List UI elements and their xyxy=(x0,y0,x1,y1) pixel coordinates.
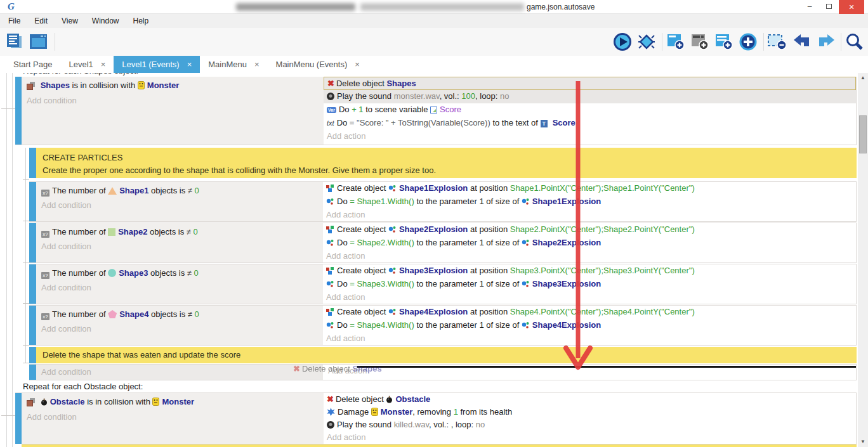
conditions-cell[interactable]: x?The number of Shape2 objects is ≠ 0 Ad… xyxy=(36,223,323,262)
event-shape2-particles[interactable]: x?The number of Shape2 objects is ≠ 0 Ad… xyxy=(29,223,857,263)
comment-delete-shape[interactable]: Delete the shape that was eaten and upda… xyxy=(29,347,857,363)
condition-count-shape1[interactable]: x?The number of Shape1 objects is ≠ 0 xyxy=(41,185,318,197)
tree-connector xyxy=(23,303,29,304)
add-condition-link[interactable]: Add condition xyxy=(41,283,318,292)
action-play-sound-monster[interactable]: Play the sound monster.wav, vol.: 100, l… xyxy=(324,90,856,103)
close-button[interactable]: ✕ xyxy=(839,0,864,14)
add-event-icon[interactable] xyxy=(666,32,685,51)
event-selection-bar xyxy=(29,264,36,304)
menu-file[interactable]: File xyxy=(1,14,27,28)
app-logo-icon: G xyxy=(8,1,15,12)
conditions-cell[interactable]: x?The number of Shape4 objects is ≠ 0 Ad… xyxy=(36,306,323,345)
add-condition-link[interactable]: Add condition xyxy=(27,96,319,105)
play-icon[interactable] xyxy=(613,32,632,51)
action-delete-shapes[interactable]: ✖Delete object Shapes xyxy=(324,77,856,90)
delete-icon: ✖ xyxy=(327,79,334,88)
tab-mainmenu-events[interactable]: MainMenu (Events)× xyxy=(268,56,368,73)
add-action-link[interactable]: Add action xyxy=(323,291,856,304)
events-sheet: Repeat for each Shapes object: Shapes is… xyxy=(0,73,868,447)
event-shape1-particles[interactable]: x?The number of Shape1 objects is ≠ 0 Ad… xyxy=(29,181,857,222)
condition-count-shape3[interactable]: x?The number of Shape3 objects is ≠ 0 xyxy=(41,268,318,279)
add-condition-link[interactable]: Add condition xyxy=(41,200,318,210)
delete-selection-icon[interactable] xyxy=(767,32,786,51)
action-create-shape4explosion[interactable]: Create object Shape4Explosion at positio… xyxy=(323,306,856,319)
conditions-cell[interactable]: Shapes is in collision with Monster Add … xyxy=(22,77,324,145)
window-title: game.json.autosave xyxy=(527,3,595,11)
vertical-scrollbar[interactable]: ▲ ▼ xyxy=(858,73,868,447)
search-icon[interactable] xyxy=(845,32,864,51)
add-comment-icon[interactable] xyxy=(714,32,733,51)
tree-connector xyxy=(23,363,29,363)
action-size-shape1explosion[interactable]: Do = Shape1.Width() to the parameter 1 o… xyxy=(323,195,856,209)
menu-help[interactable]: Help xyxy=(126,14,156,28)
conditions-cell[interactable]: x?The number of Shape3 objects is ≠ 0 Ad… xyxy=(36,264,323,304)
add-condition-link[interactable]: Add condition xyxy=(41,367,91,377)
action-size-shape3explosion[interactable]: Do = Shape3.Width() to the parameter 1 o… xyxy=(323,278,856,291)
tab-level1-events[interactable]: Level1 (Events)× xyxy=(114,56,200,73)
scroll-up-icon[interactable]: ▲ xyxy=(858,73,868,83)
undo-icon[interactable] xyxy=(792,32,812,51)
add-condition-link[interactable]: Add condition xyxy=(41,242,318,251)
add-condition-link[interactable]: Add condition xyxy=(41,324,318,334)
actions-cell: Create object Shape2Explosion at positio… xyxy=(323,223,856,262)
action-create-shape2explosion[interactable]: Create object Shape2Explosion at positio… xyxy=(323,223,856,236)
condition-shapes-collision[interactable]: Shapes is in collision with Monster xyxy=(27,80,319,92)
add-action-link[interactable]: Add action xyxy=(323,209,856,221)
drop-indicator-line xyxy=(357,366,856,368)
tree-connector xyxy=(1,108,15,109)
minimize-button[interactable]: – xyxy=(801,0,819,14)
scrollbar-thumb[interactable] xyxy=(859,115,867,153)
action-set-score-text[interactable]: txtDo = "Score: " + ToString(Variable(Sc… xyxy=(324,117,856,130)
particles-icon xyxy=(326,198,334,208)
close-tab-icon[interactable]: × xyxy=(355,60,360,69)
action-create-shape1explosion[interactable]: Create object Shape1Explosion at positio… xyxy=(323,182,856,195)
conditions-cell[interactable]: Obstacle is in collision with Monster Ad… xyxy=(22,393,324,444)
add-other-event-icon[interactable] xyxy=(739,32,758,51)
conditions-cell[interactable]: Add condition xyxy=(36,365,323,380)
event-repeat-obstacle-header[interactable]: Repeat for each Obstacle object: xyxy=(23,382,143,391)
action-delete-obstacle[interactable]: ✖Delete object Obstacle xyxy=(324,393,856,406)
comment-create-particles[interactable]: CREATE PARTICLES Create the proper one a… xyxy=(29,148,857,178)
scene-editor-icon[interactable] xyxy=(29,32,48,51)
menu-window[interactable]: Window xyxy=(85,14,126,28)
tab-mainmenu[interactable]: MainMenu× xyxy=(200,56,267,73)
action-increment-score[interactable]: VarDo + 1 to scene variable Score xyxy=(324,103,856,117)
shape3-circle-icon xyxy=(108,269,116,277)
event-obstacle-collision[interactable]: Obstacle is in collision with Monster Ad… xyxy=(15,392,857,444)
comment-title: Delete the shape that was eaten and upda… xyxy=(36,347,857,363)
actions-cell: Create object Shape3Explosion at positio… xyxy=(323,264,856,304)
menu-view[interactable]: View xyxy=(55,14,85,28)
close-tab-icon[interactable]: × xyxy=(254,60,260,69)
scroll-down-icon[interactable]: ▼ xyxy=(858,437,868,447)
project-manager-icon[interactable] xyxy=(5,32,24,51)
action-damage-monster[interactable]: Damage Monster, removing 1 from its heal… xyxy=(324,406,856,418)
event-shape3-particles[interactable]: x?The number of Shape3 objects is ≠ 0 Ad… xyxy=(29,264,857,304)
event-shapes-collision[interactable]: Shapes is in collision with Monster Add … xyxy=(15,77,857,145)
action-play-sound-killed[interactable]: Play the sound killed.wav, vol.: , loop:… xyxy=(324,418,856,431)
tab-start-page[interactable]: Start Page xyxy=(5,56,60,73)
text-object-icon: T xyxy=(541,120,548,127)
toolbar-separator xyxy=(841,33,841,51)
add-action-link[interactable]: Add action xyxy=(324,431,856,444)
add-action-link[interactable]: Add action xyxy=(324,130,856,143)
condition-count-shape4[interactable]: x?The number of Shape4 objects is ≠ 0 xyxy=(41,309,318,320)
action-size-shape4explosion[interactable]: Do = Shape4.Width() to the parameter 1 o… xyxy=(323,319,856,332)
event-shape4-particles[interactable]: x?The number of Shape4 objects is ≠ 0 Ad… xyxy=(29,305,857,346)
close-tab-icon[interactable]: × xyxy=(187,60,192,69)
add-subevent-icon[interactable] xyxy=(690,32,709,51)
debug-icon[interactable] xyxy=(637,32,656,51)
add-action-link[interactable]: Add action xyxy=(323,332,856,345)
tab-level1[interactable]: Level1× xyxy=(60,56,114,73)
action-size-shape2explosion[interactable]: Do = Shape2.Width() to the parameter 1 o… xyxy=(323,236,856,250)
comment-body: Create the proper one according to the s… xyxy=(43,164,850,177)
redo-icon[interactable] xyxy=(817,32,836,51)
close-tab-icon[interactable]: × xyxy=(101,60,106,69)
menu-edit[interactable]: Edit xyxy=(27,14,55,28)
condition-count-shape2[interactable]: x?The number of Shape2 objects is ≠ 0 xyxy=(41,226,318,238)
conditions-cell[interactable]: x?The number of Shape1 objects is ≠ 0 Ad… xyxy=(36,182,323,221)
restore-button[interactable] xyxy=(820,0,838,14)
action-create-shape3explosion[interactable]: Create object Shape3Explosion at positio… xyxy=(323,264,856,278)
add-condition-link[interactable]: Add condition xyxy=(27,412,319,422)
condition-obstacle-collision[interactable]: Obstacle is in collision with Monster xyxy=(27,396,319,408)
add-action-link[interactable]: Add action xyxy=(323,250,856,262)
